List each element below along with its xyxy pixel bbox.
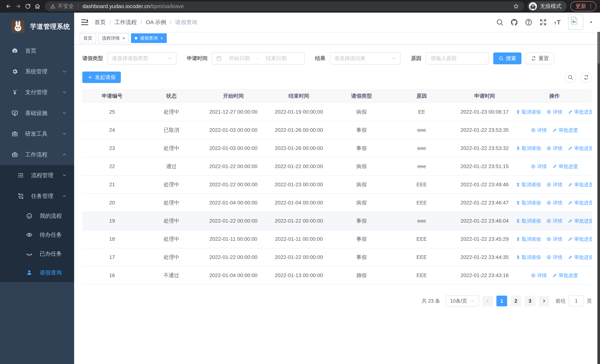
security-indicator[interactable]: 不安全 [50,3,74,10]
action-progress[interactable]: 审批进度 [568,254,592,261]
action-cancel[interactable]: 取消请假 [517,200,541,206]
next-page-button[interactable] [539,296,549,306]
tab-流程详情[interactable]: 流程详情× [98,33,129,43]
reset-button[interactable]: 重置 [525,52,554,64]
sidebar-item-pay[interactable]: 支付管理 [0,82,74,103]
end-date-input[interactable] [260,56,292,61]
create-leave-button[interactable]: 发起请假 [82,72,121,83]
action-progress[interactable]: 审批进度 [568,236,592,243]
sidebar-item-task-mgmt[interactable]: 任务管理 [0,186,74,206]
browser-forward-button[interactable] [13,1,23,11]
cell-actions: 取消请假详情审批进度 [517,181,592,188]
address-bar[interactable]: 不安全 dashboard.yudao.iocoder.cn /bpm/oa/l… [45,1,525,11]
sidebar-item-system[interactable]: 系统管理 [0,61,74,82]
result-label: 结果 [315,55,325,62]
fullscreen-button[interactable] [539,18,547,26]
action-detail[interactable]: 详情 [546,254,562,261]
caret-down-icon[interactable] [589,20,594,25]
toggle-search-button[interactable] [565,72,576,83]
prev-page-button[interactable] [482,296,493,306]
tab-请假查询[interactable]: 请假查询× [131,33,167,43]
action-detail[interactable]: 详情 [546,200,562,206]
breadcrumb-item[interactable]: 工作流程 [114,19,137,26]
page-button-3[interactable]: 3 [525,296,535,306]
sidebar-collapse-icon[interactable] [80,18,89,27]
sidebar-item-todo-task[interactable]: 待办任务 [0,225,74,244]
action-progress[interactable]: 审批进度 [568,145,592,152]
page-size-select[interactable]: 10条/页 [446,295,479,307]
tab-首页[interactable]: 首页 [80,33,96,43]
action-cancel[interactable]: 取消请假 [517,254,541,261]
action-progress[interactable]: 审批进度 [552,272,578,279]
cell-status: 处理中 [142,199,201,206]
page-scrollbar[interactable] [597,13,600,364]
action-detail[interactable]: 详情 [531,163,547,170]
security-label: 不安全 [58,3,74,10]
action-cancel[interactable]: 取消请假 [517,181,541,188]
search-button[interactable]: 搜索 [493,52,521,64]
sidebar-item-devtool[interactable]: 研发工具 [0,123,74,144]
app-logo[interactable]: 芋道管理系统 [0,13,74,40]
user-avatar[interactable] [568,15,583,30]
action-detail[interactable]: 详情 [531,272,547,279]
filter-reason: 原因 [411,52,489,65]
action-cancel[interactable]: 取消请假 [517,218,541,224]
cell-status: 处理中 [142,145,201,152]
action-detail[interactable]: 详情 [546,109,562,115]
action-progress[interactable]: 审批进度 [552,163,578,170]
goto-page-input[interactable] [569,295,584,307]
action-detail[interactable]: 详情 [531,127,547,133]
search-button[interactable] [496,18,504,26]
tab-label: 流程详情 [102,35,120,41]
font-size-button[interactable]: TT [554,18,562,26]
cell-reason: eee [391,127,452,133]
menu-dots-icon[interactable] [588,3,594,9]
page-button-1[interactable]: 1 [497,296,507,306]
action-progress[interactable]: 审批进度 [568,200,592,206]
action-progress[interactable]: 审批进度 [568,109,592,115]
action-detail[interactable]: 详情 [546,145,562,152]
sidebar-item-infra[interactable]: 基础设施 [0,103,74,123]
refresh-table-button[interactable] [581,72,592,83]
browser-update-button[interactable]: 更新 [570,1,596,11]
reason-input[interactable] [426,52,489,65]
browser-reload-button[interactable] [23,1,33,11]
sidebar-item-leave-query[interactable]: 请假查询 [0,263,74,282]
edit-icon [568,110,573,114]
sidebar-item-workflow[interactable]: 工作流程 [0,144,74,165]
dashboard-icon [11,47,18,54]
browser-home-button[interactable] [33,1,42,11]
sidebar-item-home[interactable]: 首页 [0,40,74,61]
tab-close-icon[interactable]: × [160,36,163,41]
action-cancel[interactable]: 取消请假 [517,109,541,115]
action-progress[interactable]: 审批进度 [552,127,578,133]
breadcrumb-item[interactable]: OA 示例 [146,19,166,26]
result-select[interactable]: 请选择流结果 [330,52,401,65]
action-progress[interactable]: 审批进度 [568,218,592,224]
action-cancel[interactable]: 取消请假 [517,236,541,243]
action-cancel[interactable]: 取消请假 [517,145,541,152]
action-detail[interactable]: 详情 [546,236,562,243]
browser-back-button[interactable] [4,1,13,11]
breadcrumb-item[interactable]: 首页 [94,19,106,26]
sidebar-item-label: 基础设施 [25,109,62,117]
action-detail[interactable]: 详情 [546,218,562,224]
cell-start: 2022-01-03 00:00:00 [201,127,266,133]
bookmark-star-icon[interactable] [513,3,519,9]
sidebar-item-my-process[interactable]: 我的流程 [0,206,74,225]
sidebar-item-process-mgmt[interactable]: 流程管理 [0,165,74,186]
start-date-input[interactable] [224,56,255,61]
action-progress[interactable]: 审批进度 [568,181,592,188]
page-button-2[interactable]: 2 [510,296,521,306]
list-icon [18,172,24,179]
sidebar-item-done-task[interactable]: 已办任务 [0,244,74,263]
tab-close-icon[interactable]: × [122,36,125,41]
action-detail[interactable]: 详情 [546,181,562,188]
action-label: 详情 [553,236,562,243]
github-button[interactable] [510,18,518,26]
table-row: 19处理中2022-01-22 00:00:002022-01-22 00:00… [82,212,592,230]
leave-type-select[interactable]: 请选择请假类型 [107,52,176,65]
question-button[interactable] [525,18,533,26]
cell-status: 不通过 [142,272,201,279]
apply-time-range-picker[interactable]: - [212,52,305,65]
